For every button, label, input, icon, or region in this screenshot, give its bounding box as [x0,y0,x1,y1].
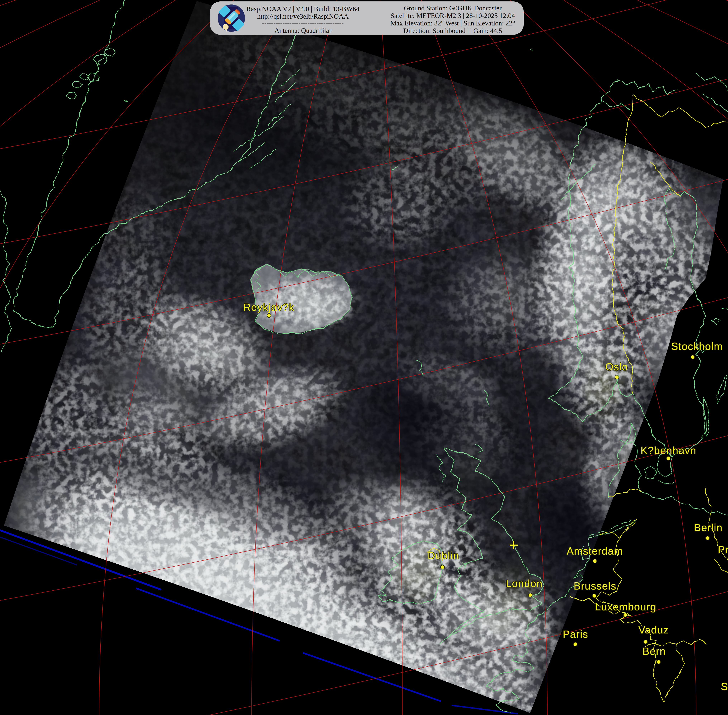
svg-text:Reykjav?k: Reykjav?k [243,301,294,313]
svg-text:K?benhavn: K?benhavn [641,445,696,456]
svg-text:Luxembourg: Luxembourg [595,601,656,612]
svg-text:Oslo: Oslo [605,361,628,373]
svg-text:Satellite: METEOR-M2 3 | 28-10: Satellite: METEOR-M2 3 | 28-10-2025 12:0… [390,12,515,20]
svg-text:Direction: Southbound | | Gain: Direction: Southbound | | Gain: 44.5 [403,27,502,35]
svg-text:S: S [721,680,728,692]
svg-text:Stockholm: Stockholm [671,340,723,352]
svg-text:http://qsl.net/ve3elb/RaspiNOA: http://qsl.net/ve3elb/RaspiNOAA [257,12,348,20]
svg-text:Bern: Bern [642,645,666,657]
svg-text:Paris: Paris [563,628,588,640]
svg-text:RaspiNOAA V2 | V4.0 | Build: 1: RaspiNOAA V2 | V4.0 | Build: 13-BW64 [246,5,359,12]
svg-text:Vaduz: Vaduz [638,624,669,636]
svg-text:Berlin: Berlin [694,522,723,533]
svg-text:Brussels: Brussels [574,580,616,592]
svg-text:------------------------------: ------------------------------------ [262,20,344,27]
svg-text:Pr: Pr [718,544,728,555]
svg-text:London: London [506,578,543,589]
svg-text:Max Elevation: 32° West | Sun: Max Elevation: 32° West | Sun Elevation:… [390,20,515,27]
svg-text:Ground Station: G0GHK Doncaste: Ground Station: G0GHK Doncaster [404,4,502,12]
svg-text:Dublin: Dublin [428,549,459,561]
svg-text:Amsterdam: Amsterdam [567,545,623,557]
svg-text:Antenna: Quadrifilar: Antenna: Quadrifilar [274,27,332,34]
